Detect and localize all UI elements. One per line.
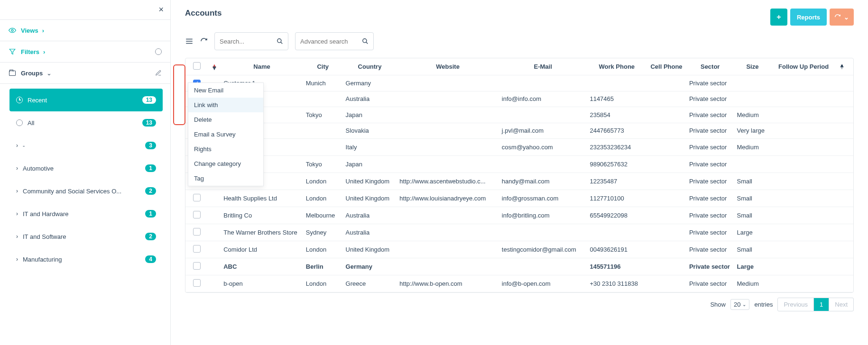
- cell-city: London: [303, 173, 343, 190]
- col-header[interactable]: City: [303, 58, 343, 75]
- cell-email: info@b-open.com: [499, 275, 587, 292]
- sidebar-item-1[interactable]: All13: [9, 111, 163, 134]
- search-box[interactable]: [214, 32, 288, 50]
- table-row[interactable]: Comidor LtdLondonUnited Kingdomtestingco…: [185, 241, 853, 258]
- advanced-search-box[interactable]: [295, 32, 374, 50]
- table-row[interactable]: The Warner Brothers StoreSydneyAustralia…: [185, 224, 853, 241]
- cell-follow: [771, 173, 836, 190]
- col-header[interactable]: Sector: [686, 58, 734, 75]
- table-row[interactable]: Britling CoMelbourneAustraliainfo@britli…: [185, 207, 853, 224]
- views-section[interactable]: Views ›: [0, 20, 170, 41]
- cell-follow: [771, 207, 836, 224]
- table-row[interactable]: ✓Slovakiaj.pvl@mail.com2447665773Private…: [185, 123, 853, 139]
- cell-sector: Private sector: [686, 224, 734, 241]
- pager-page-1[interactable]: 1: [813, 298, 829, 311]
- filter-radio-icon[interactable]: [155, 48, 162, 55]
- context-menu-item[interactable]: Change category: [188, 156, 263, 171]
- sidebar-item-7[interactable]: ›Manufacturing4: [9, 248, 163, 271]
- col-header[interactable]: Size: [734, 58, 771, 75]
- cell-cphone: [646, 241, 686, 258]
- sidebar-item-6[interactable]: ›IT and Software2: [9, 225, 163, 248]
- table-row[interactable]: TokyoJapan98906257632Private sector: [185, 156, 853, 173]
- col-header[interactable]: E-Mail: [499, 58, 587, 75]
- svg-point-7: [277, 39, 281, 43]
- cell-website: [397, 107, 499, 123]
- edit-icon[interactable]: [155, 70, 162, 76]
- chevron-down-icon: ⌄: [742, 302, 746, 307]
- reports-button[interactable]: Reports: [790, 9, 827, 26]
- cell-website: http://www.b-open.com: [397, 275, 499, 292]
- table-row[interactable]: ✓Customer 1MunichGermanyPrivate sector: [185, 75, 853, 91]
- col-header[interactable]: Name: [221, 58, 303, 75]
- chevron-right-icon: ›: [16, 210, 18, 217]
- chevron-right-icon: ›: [16, 233, 18, 240]
- refresh-icon[interactable]: [200, 37, 208, 45]
- col-header[interactable]: Cell Phone: [646, 58, 686, 75]
- menu-icon[interactable]: [185, 37, 194, 45]
- table-row[interactable]: ABCBerlinGermany145571196Private sectorL…: [185, 258, 853, 275]
- reload-dropdown-button[interactable]: ⌄: [830, 9, 854, 26]
- row-checkbox[interactable]: [193, 262, 201, 270]
- sort-icon[interactable]: ▲▼: [211, 64, 218, 69]
- search-icon[interactable]: [362, 38, 369, 45]
- cell-city: Tokyo: [303, 156, 343, 173]
- sidebar-item-label: -: [23, 142, 25, 149]
- cell-sector: Private sector: [686, 190, 734, 207]
- chevron-down-icon: ⌄: [844, 14, 849, 21]
- table-row[interactable]: LondonUnited Kingdomhttp://www.ascentweb…: [185, 173, 853, 190]
- cell-city: Sydney: [303, 224, 343, 241]
- search-icon[interactable]: [277, 38, 283, 45]
- row-checkbox[interactable]: [193, 279, 201, 287]
- context-menu-item[interactable]: Tag: [188, 171, 263, 186]
- cell-size: [734, 91, 771, 107]
- cell-email: [499, 224, 587, 241]
- cell-wphone: 232353236234: [587, 139, 646, 156]
- page-size-select[interactable]: 20 ⌄: [730, 299, 749, 310]
- context-menu: New EmailLink withDeleteEmail a SurveyRi…: [188, 82, 264, 186]
- advanced-search-input[interactable]: [300, 38, 362, 45]
- context-menu-item[interactable]: Email a Survey: [188, 127, 263, 142]
- table-row[interactable]: ✓Australiainfo@info.com1147465Private se…: [185, 91, 853, 107]
- filters-section[interactable]: Filters ›: [0, 41, 170, 63]
- sidebar-item-4[interactable]: ›Community and Social Services O...2: [9, 180, 163, 202]
- table-row[interactable]: ✓TokyoJapan235854Private sectorMedium: [185, 107, 853, 123]
- close-icon[interactable]: ×: [158, 5, 164, 15]
- cell-size: Large: [734, 258, 771, 275]
- col-header[interactable]: Country: [343, 58, 397, 75]
- context-menu-item[interactable]: Delete: [188, 112, 263, 127]
- sidebar-item-0[interactable]: Recent13: [9, 89, 163, 111]
- row-checkbox[interactable]: [193, 211, 201, 218]
- accounts-table: ▲▼NameCityCountryWebsiteE-MailWork Phone…: [185, 58, 853, 292]
- cell-city: [303, 91, 343, 107]
- sidebar-item-2[interactable]: ›-3: [9, 134, 163, 157]
- table-row[interactable]: b-openLondonGreecehttp://www.b-open.comi…: [185, 275, 853, 292]
- search-input[interactable]: [220, 38, 277, 45]
- sidebar-item-label: Community and Social Services O...: [23, 188, 121, 195]
- context-menu-item[interactable]: New Email: [188, 83, 263, 98]
- groups-header[interactable]: Groups ⌄: [0, 63, 170, 84]
- select-all-checkbox[interactable]: [193, 62, 201, 70]
- cell-sector: Private sector: [686, 75, 734, 91]
- sidebar-item-5[interactable]: ›IT and Hardware1: [9, 202, 163, 225]
- pager-prev[interactable]: Previous: [778, 298, 813, 311]
- row-checkbox[interactable]: [193, 194, 201, 201]
- cell-size: Small: [734, 190, 771, 207]
- cell-name: Britling Co: [221, 207, 303, 224]
- row-checkbox[interactable]: [193, 245, 201, 253]
- pin-icon[interactable]: [839, 64, 850, 70]
- cell-website: [397, 91, 499, 107]
- sidebar-item-3[interactable]: ›Automotive1: [9, 157, 163, 180]
- add-button[interactable]: [770, 9, 787, 26]
- cell-email: testingcomidor@gmail.com: [499, 241, 587, 258]
- cell-website: http://www.louisianadryeye.com: [397, 190, 499, 207]
- pager-next[interactable]: Next: [829, 298, 853, 311]
- context-menu-item[interactable]: Link with: [188, 98, 263, 112]
- cell-wphone: 65549922098: [587, 207, 646, 224]
- context-menu-item[interactable]: Rights: [188, 142, 263, 156]
- col-header[interactable]: Work Phone: [587, 58, 646, 75]
- table-row[interactable]: Italycosm@yahoo.com232353236234Private s…: [185, 139, 853, 156]
- row-checkbox[interactable]: [193, 228, 201, 236]
- col-header[interactable]: Follow Up Period: [771, 58, 836, 75]
- table-row[interactable]: Health Supplies LtdLondonUnited Kingdomh…: [185, 190, 853, 207]
- col-header[interactable]: Website: [397, 58, 499, 75]
